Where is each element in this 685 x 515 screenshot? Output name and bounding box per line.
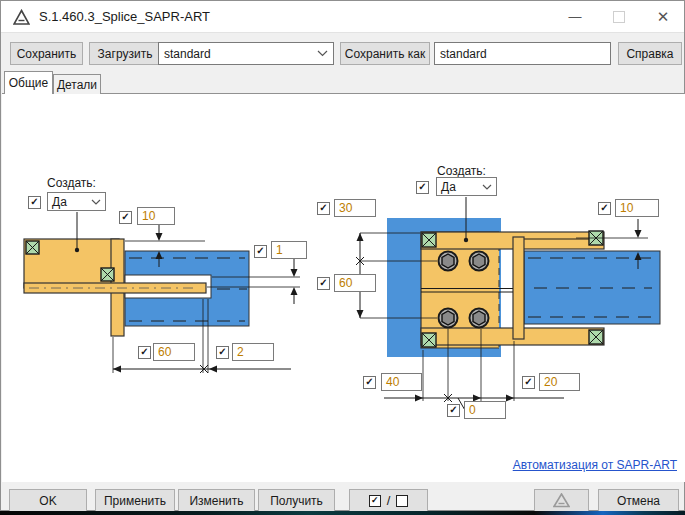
window-title: S.1.460.3_Splice_SAPR-ART — [39, 9, 210, 24]
dim-end-clearance-checkbox[interactable]: ✓ — [216, 346, 229, 359]
save-button[interactable]: Сохранить — [10, 42, 83, 65]
cancel-button[interactable]: Отмена — [598, 489, 679, 512]
preset-name-input[interactable]: standard — [434, 42, 611, 65]
maximize-button — [597, 1, 641, 32]
check-icon: ✓ — [449, 405, 457, 415]
app-logo-triangle-icon — [13, 9, 30, 26]
close-icon: ✕ — [657, 8, 670, 26]
minimize-button[interactable]: — — [553, 1, 597, 32]
dialog-window: S.1.460.3_Splice_SAPR-ART — ✕ Сохранить … — [0, 0, 685, 511]
dim-left-distance-input[interactable]: 40 — [381, 373, 422, 391]
check-icon: ✓ — [218, 347, 226, 357]
get-button[interactable]: Получить — [258, 489, 335, 512]
create-dropdown[interactable]: Да — [436, 177, 497, 196]
check-icon: ✓ — [121, 212, 129, 222]
desktop-background-strip — [0, 511, 685, 515]
check-icon: ✓ — [524, 377, 532, 387]
dim-right-distance-checkbox[interactable]: ✓ — [522, 376, 535, 389]
check-icon: ✓ — [418, 182, 426, 192]
create-dropdown-value: Да — [52, 195, 67, 209]
check-icon: ✓ — [365, 377, 373, 387]
check-icon: ✓ — [256, 246, 264, 256]
dim-center-gap-checkbox[interactable]: ✓ — [447, 404, 460, 417]
dim-right-distance-input[interactable]: 20 — [539, 373, 580, 391]
dim-left-distance-checkbox[interactable]: ✓ — [363, 376, 376, 389]
check-icon: ✓ — [319, 203, 327, 213]
dim-bolt-spacing-input[interactable]: 60 — [334, 274, 376, 292]
check-icon: ✓ — [319, 278, 327, 288]
ok-button[interactable]: OK — [9, 489, 87, 512]
toggle-separator: / — [387, 493, 391, 508]
dim-top-gap-checkbox[interactable]: ✓ — [119, 211, 132, 224]
dim-top-gap-input[interactable]: 10 — [137, 207, 175, 225]
create-label: Создать: — [47, 176, 96, 190]
chevron-down-icon — [482, 184, 492, 190]
chevron-down-icon — [91, 199, 101, 205]
dim-plate-length-input[interactable]: 60 — [153, 343, 195, 361]
dim-right-top-gap-checkbox[interactable]: ✓ — [598, 202, 611, 215]
create-dropdown-value: Да — [441, 180, 456, 194]
maximize-icon — [613, 11, 625, 23]
dim-edge-distance-checkbox[interactable]: ✓ — [317, 202, 330, 215]
create-dropdown[interactable]: Да — [47, 192, 106, 211]
dim-edge-distance-input[interactable]: 30 — [334, 199, 376, 217]
dim-end-clearance-input[interactable]: 2 — [232, 343, 274, 361]
dim-right-top-gap-input[interactable]: 10 — [615, 199, 659, 217]
load-button[interactable]: Загрузить — [89, 42, 161, 65]
modify-button[interactable]: Изменить — [178, 489, 255, 512]
check-icon: ✓ — [30, 197, 38, 207]
preset-combobox[interactable]: standard — [158, 42, 334, 65]
create-checkbox[interactable]: ✓ — [416, 181, 429, 194]
triangle-icon — [553, 493, 570, 508]
minimize-icon: — — [569, 9, 582, 24]
checkbox-mode-toggle-button[interactable]: ✓ / — [349, 489, 428, 512]
dim-slot-gap-input[interactable]: 1 — [271, 241, 307, 259]
dim-center-gap-input[interactable]: 0 — [464, 401, 506, 419]
help-button[interactable]: Справка — [618, 42, 682, 65]
save-as-button[interactable]: Сохранить как — [340, 42, 430, 65]
tab-details[interactable]: Детали — [53, 74, 101, 94]
apply-button[interactable]: Применить — [95, 489, 175, 512]
dim-plate-length-checkbox[interactable]: ✓ — [138, 346, 151, 359]
create-label: Создать: — [437, 164, 486, 178]
check-icon: ✓ — [600, 203, 608, 213]
titlebar: S.1.460.3_Splice_SAPR-ART — ✕ — [1, 1, 684, 33]
dim-slot-gap-checkbox[interactable]: ✓ — [254, 245, 267, 258]
check-icon: ✓ — [140, 347, 148, 357]
checked-box-icon: ✓ — [369, 495, 381, 507]
screen: S.1.460.3_Splice_SAPR-ART — ✕ Сохранить … — [0, 0, 685, 515]
chevron-down-icon — [317, 50, 328, 57]
preset-combobox-value: standard — [164, 47, 211, 61]
preset-name-value: standard — [440, 47, 487, 61]
create-checkbox[interactable]: ✓ — [28, 196, 41, 209]
dim-bolt-spacing-checkbox[interactable]: ✓ — [317, 277, 330, 290]
logo-triangle-button[interactable] — [534, 489, 589, 512]
tab-general[interactable]: Общие — [4, 71, 53, 94]
vendor-link[interactable]: Автоматизация от SAPR-ART — [513, 458, 677, 472]
unchecked-box-icon — [396, 495, 408, 507]
close-button[interactable]: ✕ — [641, 1, 685, 32]
